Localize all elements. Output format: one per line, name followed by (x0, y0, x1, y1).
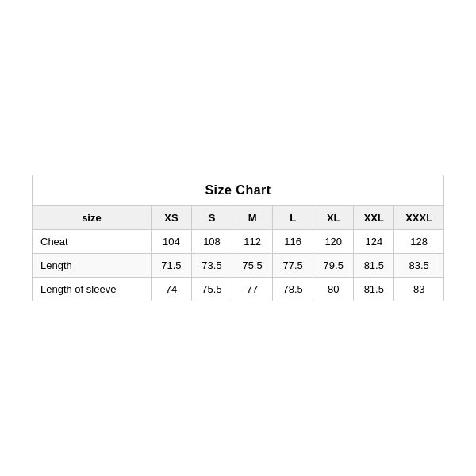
header-size-label: size (33, 206, 152, 230)
row-1-label: Length (33, 254, 152, 278)
title-row: Size Chart (33, 175, 444, 206)
row-1-col-0: 71.5 (151, 254, 191, 278)
row-1-col-2: 75.5 (232, 254, 273, 278)
header-col-L: L (273, 206, 313, 230)
row-0-col-3: 116 (273, 230, 313, 254)
header-col-M: M (232, 206, 273, 230)
row-0-col-5: 124 (354, 230, 394, 254)
header-col-XXXL: XXXL (394, 206, 444, 230)
row-2-col-0: 74 (151, 278, 191, 301)
row-1-col-1: 73.5 (191, 254, 232, 278)
size-chart-container: Size Chart sizeXSSMLXLXXLXXXL Cheat10410… (32, 175, 444, 301)
header-col-XL: XL (313, 206, 354, 230)
chart-title: Size Chart (33, 175, 444, 206)
row-1-col-4: 79.5 (313, 254, 354, 278)
row-0-col-0: 104 (151, 230, 191, 254)
header-row: sizeXSSMLXLXXLXXXL (33, 206, 444, 230)
row-2-label: Length of sleeve (33, 278, 152, 301)
size-chart-table: Size Chart sizeXSSMLXLXXLXXXL Cheat10410… (32, 175, 444, 301)
row-2-col-5: 81.5 (354, 278, 394, 301)
row-2-col-1: 75.5 (191, 278, 232, 301)
header-col-S: S (191, 206, 232, 230)
row-0-col-6: 128 (394, 230, 444, 254)
row-0-col-4: 120 (313, 230, 354, 254)
row-2-col-2: 77 (232, 278, 273, 301)
row-1-col-5: 81.5 (354, 254, 394, 278)
row-1-col-6: 83.5 (394, 254, 444, 278)
row-2-col-4: 80 (313, 278, 354, 301)
header-col-XS: XS (151, 206, 191, 230)
row-2-col-6: 83 (394, 278, 444, 301)
row-0-col-2: 112 (232, 230, 273, 254)
length-row: Length71.573.575.577.579.581.583.5 (33, 254, 444, 278)
cheat-row: Cheat104108112116120124128 (33, 230, 444, 254)
header-col-XXL: XXL (354, 206, 394, 230)
sleeve-row: Length of sleeve7475.57778.58081.583 (33, 278, 444, 301)
row-0-col-1: 108 (191, 230, 232, 254)
row-0-label: Cheat (33, 230, 152, 254)
row-1-col-3: 77.5 (273, 254, 313, 278)
row-2-col-3: 78.5 (273, 278, 313, 301)
